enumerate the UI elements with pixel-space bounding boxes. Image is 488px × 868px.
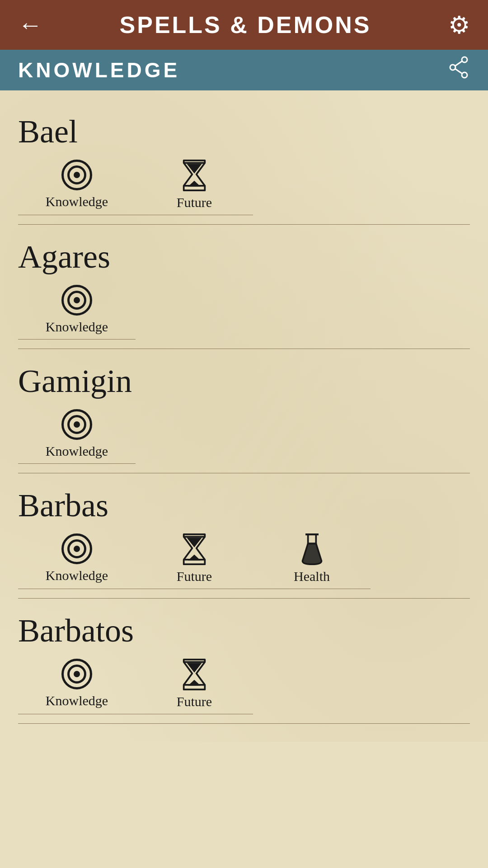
content-area: BaelKnowledge FutureAgaresKnowledgeGamig…	[0, 90, 488, 742]
knowledge-icon	[61, 160, 92, 190]
demon-entry-barbatos[interactable]: BarbatosKnowledge Future	[18, 599, 470, 724]
demon-name-barbatos: Barbatos	[18, 612, 470, 650]
demon-name-agares: Agares	[18, 238, 470, 276]
sub-bar: KNOWLEDGE	[0, 50, 488, 90]
share-icon[interactable]	[447, 56, 470, 84]
knowledge-icon	[61, 659, 92, 689]
ability-label-future: Future	[177, 694, 212, 709]
future-icon	[181, 533, 208, 565]
ability-item-health[interactable]: Health	[253, 533, 371, 589]
ability-label-future: Future	[177, 195, 212, 210]
demon-entry-agares[interactable]: AgaresKnowledge	[18, 225, 470, 349]
svg-line-4	[455, 69, 462, 74]
ability-item-future[interactable]: Future	[136, 659, 253, 714]
ability-item-knowledge[interactable]: Knowledge	[18, 160, 136, 215]
page-title: KNOWLEDGE	[18, 58, 180, 82]
ability-label-knowledge: Knowledge	[46, 443, 108, 459]
svg-marker-9	[188, 181, 201, 187]
app-title: SPELLS & DEMONS	[120, 11, 371, 38]
knowledge-icon	[61, 533, 92, 564]
demon-entry-bael[interactable]: BaelKnowledge Future	[18, 99, 470, 225]
top-bar: ← SPELLS & DEMONS ⚙	[0, 0, 488, 50]
back-button[interactable]: ←	[18, 11, 42, 39]
ability-item-future[interactable]: Future	[136, 533, 253, 589]
ability-item-knowledge[interactable]: Knowledge	[18, 659, 136, 714]
demon-name-gamigin: Gamigin	[18, 363, 470, 400]
health-icon	[300, 533, 324, 565]
ability-label-knowledge: Knowledge	[46, 693, 108, 708]
ability-label-future: Future	[177, 569, 212, 584]
knowledge-icon	[61, 409, 92, 440]
knowledge-icon	[61, 285, 92, 316]
ability-item-knowledge[interactable]: Knowledge	[18, 285, 136, 340]
future-icon	[181, 659, 208, 690]
demon-entry-barbas[interactable]: BarbasKnowledge Future Health	[18, 473, 470, 599]
ability-label-knowledge: Knowledge	[46, 568, 108, 583]
demon-name-bael: Bael	[18, 113, 470, 151]
svg-marker-21	[188, 680, 201, 686]
svg-line-3	[455, 61, 462, 66]
svg-rect-15	[308, 534, 316, 544]
ability-item-knowledge[interactable]: Knowledge	[18, 533, 136, 589]
future-icon	[181, 160, 208, 191]
settings-icon[interactable]: ⚙	[448, 11, 470, 39]
ability-item-knowledge[interactable]: Knowledge	[18, 409, 136, 464]
demon-entry-gamigin[interactable]: GamiginKnowledge	[18, 349, 470, 473]
ability-label-knowledge: Knowledge	[46, 194, 108, 209]
ability-label-health: Health	[294, 569, 330, 584]
svg-marker-14	[188, 555, 201, 561]
ability-label-knowledge: Knowledge	[46, 319, 108, 335]
demon-name-barbas: Barbas	[18, 487, 470, 524]
ability-item-future[interactable]: Future	[136, 160, 253, 215]
